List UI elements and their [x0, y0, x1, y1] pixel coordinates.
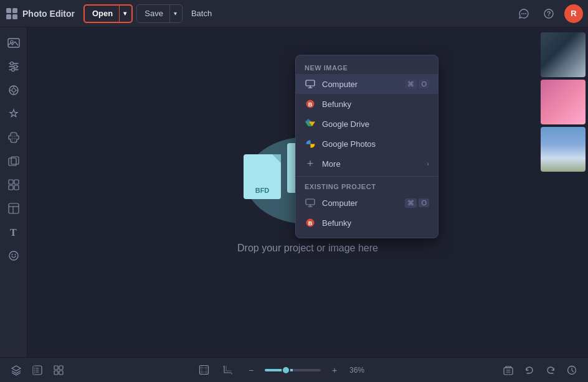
thumbnail-pink[interactable]: [541, 80, 586, 124]
menu-item-computer-existing-label: Computer: [322, 198, 358, 208]
svg-point-10: [11, 40, 13, 43]
open-button-label: Open: [86, 9, 119, 18]
open-button[interactable]: Open ▾: [83, 4, 133, 23]
befunky-icon: B: [305, 98, 316, 109]
svg-point-6: [525, 13, 526, 14]
menu-item-computer-new[interactable]: Computer ⌘ O: [296, 74, 438, 94]
zoom-out-button[interactable]: −: [242, 361, 260, 379]
chat-button[interactable]: [514, 4, 533, 23]
file-label-bfd: BFD: [255, 187, 270, 194]
svg-point-14: [14, 65, 17, 68]
svg-text:B: B: [308, 220, 313, 226]
topbar: Photo Editor Open ▾ Save ▾ Batch ? R: [0, 0, 588, 27]
zoom-slider-container: − +: [242, 361, 343, 379]
sidebar-item-misc[interactable]: [3, 245, 24, 266]
svg-rect-52: [199, 366, 208, 375]
svg-rect-49: [59, 366, 63, 370]
sidebar-item-frames[interactable]: [3, 127, 24, 148]
logo-area: Photo Editor: [5, 7, 75, 21]
svg-rect-1: [12, 8, 17, 13]
grid-button[interactable]: [50, 361, 67, 379]
user-avatar[interactable]: R: [564, 4, 583, 23]
googledrive-icon: [305, 118, 316, 129]
svg-rect-51: [59, 371, 63, 375]
svg-rect-50: [54, 371, 58, 375]
bottom-left-controls: [7, 361, 67, 379]
menu-item-googlephotos-label: Google Photos: [322, 139, 376, 149]
o-key2: O: [419, 198, 429, 207]
svg-point-5: [523, 13, 524, 14]
menu-item-more-label: More: [322, 159, 341, 169]
save-state-button[interactable]: [500, 361, 517, 379]
cmd-key2: ⌘: [405, 198, 417, 208]
drop-text: Drop your project or image here: [237, 243, 378, 254]
sidebar-item-templates[interactable]: [3, 198, 24, 219]
app-title: Photo Editor: [22, 9, 75, 19]
svg-point-18: [12, 88, 16, 92]
o-key: O: [419, 80, 429, 88]
topbar-right: ? R: [514, 4, 583, 23]
googlephotos-icon: [305, 138, 316, 149]
svg-rect-3: [12, 14, 17, 19]
svg-rect-36: [306, 80, 315, 86]
menu-item-googledrive-label: Google Drive: [322, 119, 369, 129]
fit-view-button[interactable]: [195, 361, 212, 379]
cmd-key: ⌘: [405, 80, 417, 89]
zoom-slider[interactable]: [265, 369, 321, 371]
menu-divider: [296, 176, 438, 177]
menu-item-befunky-new-label: Befunky: [322, 100, 351, 109]
open-dropdown-arrow[interactable]: ▾: [119, 6, 130, 22]
batch-button[interactable]: Batch: [186, 4, 217, 23]
sidebar-item-overlays[interactable]: [3, 151, 24, 172]
redo-button[interactable]: [542, 361, 559, 379]
svg-point-4: [521, 13, 523, 14]
bottom-center-controls: − + 36%: [71, 361, 496, 379]
computer-icon: [305, 78, 316, 90]
zoom-percentage: 36%: [349, 366, 372, 375]
dropdown-menu: New Image Computer ⌘ O: [295, 55, 439, 238]
menu-item-befunky-existing[interactable]: B Befunky: [296, 213, 438, 233]
undo-button[interactable]: [521, 361, 538, 379]
more-arrow-icon: ›: [427, 160, 429, 167]
layers-button[interactable]: [7, 361, 25, 379]
svg-text:B: B: [308, 101, 313, 108]
thumbnail-city[interactable]: [541, 32, 586, 77]
bottombar: − + 36%: [0, 357, 588, 382]
svg-point-12: [10, 62, 13, 65]
svg-text:?: ?: [547, 10, 551, 17]
svg-rect-27: [9, 185, 13, 190]
history-button[interactable]: [563, 361, 581, 379]
svg-rect-28: [14, 185, 19, 190]
file-icon-bfd: BFD: [244, 154, 281, 199]
save-button[interactable]: Save ▾: [136, 4, 183, 23]
svg-text:T: T: [10, 227, 17, 238]
thumbnail-coast[interactable]: [541, 127, 586, 172]
svg-rect-0: [6, 8, 11, 13]
export-button[interactable]: [29, 361, 46, 379]
sidebar-item-collage[interactable]: [3, 174, 24, 195]
sidebar-item-text[interactable]: T: [3, 221, 24, 243]
sidebar-item-elements[interactable]: [3, 103, 24, 124]
menu-item-more[interactable]: + More ›: [296, 154, 438, 174]
svg-rect-48: [54, 366, 58, 370]
help-button[interactable]: ?: [539, 4, 558, 23]
save-dropdown-arrow[interactable]: ▾: [169, 5, 181, 22]
sidebar-item-add-photo[interactable]: [3, 32, 24, 54]
thumbnail-strip: [538, 27, 588, 357]
crop-button[interactable]: [219, 361, 236, 379]
menu-item-googlephotos[interactable]: Google Photos: [296, 134, 438, 154]
svg-rect-25: [9, 180, 13, 184]
menu-item-computer-existing[interactable]: Computer ⌘ O: [296, 193, 438, 213]
sidebar-item-adjustments[interactable]: [3, 56, 24, 77]
menu-item-computer-shortcut: ⌘ O: [405, 80, 429, 89]
sidebar-item-effects[interactable]: [3, 80, 24, 101]
svg-point-16: [11, 68, 14, 72]
menu-item-computer-new-label: Computer: [322, 80, 358, 89]
menu-item-googledrive[interactable]: Google Drive: [296, 114, 438, 134]
menu-item-befunky-new[interactable]: B Befunky: [296, 94, 438, 114]
zoom-in-button[interactable]: +: [326, 361, 343, 379]
main-layout: T: [0, 27, 588, 357]
new-image-section-title: New Image: [296, 60, 438, 74]
menu-item-computer-existing-shortcut: ⌘ O: [405, 198, 429, 208]
svg-point-33: [9, 251, 18, 260]
